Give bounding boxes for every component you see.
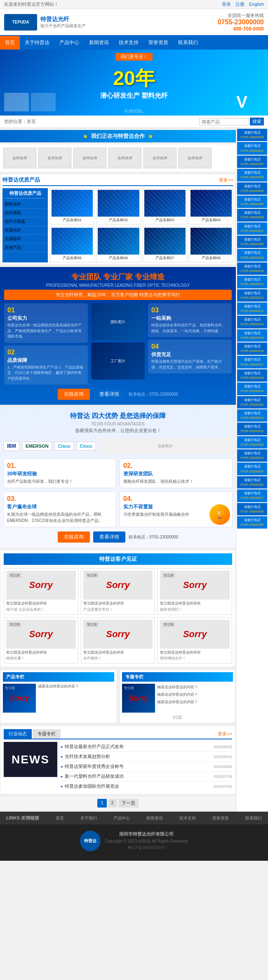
product-item[interactable]: 产品名称03 — [143, 188, 187, 224]
sidebar-contact-19[interactable]: 请拨打电话 0755-23000019 — [237, 383, 267, 395]
product-item[interactable]: 产品名称01 — [50, 188, 94, 224]
sidebar-contact-9[interactable]: 请拨打电话 0755-23000009 — [237, 249, 267, 261]
news-item-2: ● 光纤技术发展趋势分析 2023/08/10 — [61, 752, 232, 762]
footer-link-news[interactable]: 新闻资讯 — [146, 815, 163, 821]
footer-link-products[interactable]: 产品中心 — [113, 815, 130, 821]
footer-link-contact[interactable]: 联系我们 — [245, 815, 262, 821]
adv-text-2: 拥抱光纤研发团队，强先机核心技术！ — [123, 478, 229, 484]
menu-item-3[interactable]: 光纤分路器 — [5, 217, 46, 226]
product-img — [52, 228, 93, 255]
product-item[interactable]: 产品名称08 — [189, 226, 233, 262]
footer-link-about[interactable]: 关于我们 — [80, 815, 97, 821]
sidebar-contact-3[interactable]: 请拨打电话 0755-23000003 — [237, 169, 267, 181]
footer-link-honor[interactable]: 荣誉资质 — [212, 815, 229, 821]
news-link-2[interactable]: 光纤技术发展趋势分析 — [65, 753, 212, 760]
news-list-item[interactable]: 锡基送达特普达的内容？ — [157, 691, 198, 699]
english-link[interactable]: English — [249, 2, 264, 7]
search-input[interactable] — [199, 118, 249, 125]
adv-inquiry-button[interactable]: 在线咨询 — [58, 531, 90, 543]
footer-link-support[interactable]: 技术支持 — [179, 815, 196, 821]
search-button[interactable]: 搜索 — [250, 118, 264, 125]
sidebar-contact-25[interactable]: 请拨打电话 0755-23000025 — [237, 463, 267, 475]
advantages-desc: 选着强实力合作伙伴，让您的企业更出色！ — [3, 427, 233, 434]
page-num-1[interactable]: 1 — [97, 799, 106, 808]
news-tab-industry[interactable]: 行业动态 — [4, 729, 32, 739]
menu-item-1[interactable]: 塑料光纤 — [5, 200, 46, 209]
sidebar-contact-24[interactable]: 请拨打电话 0755-23000024 — [237, 449, 267, 462]
sidebar-contact-18[interactable]: 请拨打电话 0755-23000018 — [237, 369, 267, 382]
customer-detail-3: 服务很周到！ — [160, 607, 230, 612]
sidebar-contact-4[interactable]: 请拨打电话 0755-23000004 — [237, 182, 267, 195]
sidebar-contact-29[interactable]: 请拨打电话 0755-23000029 — [237, 516, 267, 529]
news-date-2: 2023/08/10 — [214, 755, 232, 759]
menu-item-6[interactable]: 其他产品 — [5, 243, 46, 252]
news-link-1[interactable]: 特普达最新光纤产品正式发布 — [65, 744, 212, 750]
sidebar-contact-11[interactable]: 请拨打电话 0755-23000011 — [237, 276, 267, 288]
sidebar-contact-10[interactable]: 请拨打电话 0755-23000010 — [237, 262, 267, 275]
sidebar-contact-13[interactable]: 请拨打电话 0755-23000013 — [237, 302, 267, 315]
news-bullet: ● — [61, 784, 63, 789]
more-button[interactable]: 查看详情 — [93, 389, 125, 400]
team-subtitle: PROFESSIONAL MANUFACTURER LEADING FIBER … — [4, 283, 232, 288]
product-img — [190, 190, 232, 217]
sidebar-label-0: 请拨打电话 — [238, 130, 266, 135]
sidebar-contact-12[interactable]: 请拨打电话 0755-23000012 — [237, 289, 267, 302]
contact-area: 全国统一服务热线 0755-23000000 400-700-0000 — [218, 12, 264, 32]
news-more-link[interactable]: 更多>> — [218, 729, 232, 739]
sidebar-contact-0[interactable]: 请拨打电话 0755-23000000 — [237, 129, 267, 141]
menu-item-4[interactable]: 有源光纤 — [5, 226, 46, 235]
nav-home[interactable]: 首页 — [0, 36, 20, 50]
sidebar-contact-27[interactable]: 请拨打电话 0755-23000027 — [237, 489, 267, 502]
news-tab-special[interactable]: 专题专栏 — [33, 729, 61, 739]
nav-honor[interactable]: 荣誉资质 — [143, 36, 173, 50]
nav-support[interactable]: 技术支持 — [114, 36, 143, 50]
menu-item-5[interactable]: 无源器件 — [5, 235, 46, 243]
sidebar-contact-26[interactable]: 请拨打电话 0755-23000026 — [237, 476, 267, 489]
sidebar-contact-22[interactable]: 请拨打电话 0755-23000022 — [237, 423, 267, 435]
news-link-4[interactable]: 新一代塑料光纤产品研发成功 — [65, 773, 212, 779]
sidebar-contact-2[interactable]: 请拨打电话 0755-23000002 — [237, 156, 267, 168]
nav-contact[interactable]: 联系我们 — [173, 36, 203, 50]
product-item[interactable]: 产品名称07 — [143, 226, 187, 262]
menu-item-2[interactable]: 光纤跳线 — [5, 209, 46, 217]
sidebar-contact-6[interactable]: 请拨打电话 0755-23000006 — [237, 209, 267, 221]
nav-news[interactable]: 新闻资讯 — [84, 36, 114, 50]
sidebar-contact-21[interactable]: 请拨打电话 0755-23000021 — [237, 409, 267, 422]
featured-products-more[interactable]: 更多>> — [219, 177, 233, 183]
nav-products[interactable]: 产品中心 — [54, 36, 84, 50]
news-list-item[interactable]: 锡基送达特普达的内容？ — [157, 684, 198, 691]
login-link[interactable]: 登录 — [222, 2, 231, 7]
sidebar-contact-17[interactable]: 请拨打电话 0755-23000017 — [237, 356, 267, 368]
sidebar-contact-23[interactable]: 请拨打电话 0755-23000023 — [237, 436, 267, 449]
adv-text-1: 光纤产品制造与研发，我们更专业！ — [7, 478, 113, 484]
sidebar-contact-7[interactable]: 请拨打电话 0755-23000007 — [237, 222, 267, 235]
news-list: ● 特普达最新光纤产品正式发布 2023/08/15 ● 光纤技术发展趋势分析 … — [61, 742, 232, 791]
product-item[interactable]: 产品名称04 — [189, 188, 233, 224]
sidebar-contact-20[interactable]: 请拨打电话 0755-23000020 — [237, 396, 267, 409]
page-next[interactable]: 下一页 — [118, 799, 139, 808]
step-title-4: 供货充足 — [151, 351, 228, 358]
adv-more-button[interactable]: 查看详情 — [93, 531, 125, 543]
nav-about[interactable]: 关于特普达 — [20, 36, 54, 50]
page-num-2[interactable]: 2 — [108, 799, 117, 808]
news-link-5[interactable]: 特普达参加国际光纤展览会 — [65, 783, 212, 789]
product-item[interactable]: 产品名称06 — [96, 226, 141, 262]
sidebar-contact-15[interactable]: 请拨打电话 0755-23000015 — [237, 329, 267, 342]
banner-v-decoration: V — [236, 93, 247, 111]
team-img-2: 工厂图片 — [91, 342, 145, 380]
sidebar-contact-28[interactable]: 请拨打电话 0755-23000028 — [237, 503, 267, 515]
register-link[interactable]: 注册 — [235, 2, 244, 7]
sidebar-contact-5[interactable]: 请拨打电话 0755-23000005 — [237, 196, 267, 208]
news-list-item[interactable]: 锡基送达特普达的内容？ — [157, 699, 198, 706]
sidebar-contact-1[interactable]: 请拨打电话 0755-23000001 — [237, 142, 267, 154]
footer-links-title: LINKS 友情链接 — [6, 815, 39, 821]
sidebar-contact-14[interactable]: 请拨打电话 0755-23000014 — [237, 316, 267, 328]
news-link-3[interactable]: 特普达荣获年度优秀企业称号 — [65, 763, 212, 770]
product-item[interactable]: 产品名称05 — [50, 226, 94, 262]
footer-link-home[interactable]: 首页 — [56, 815, 64, 821]
sidebar-contact-8[interactable]: 请拨打电话 0755-23000008 — [237, 236, 267, 248]
sidebar-contact-16[interactable]: 请拨打电话 0755-23000016 — [237, 342, 267, 355]
product-item[interactable]: 产品名称02 — [96, 188, 141, 224]
step-title-2: 品质保障 — [7, 357, 85, 364]
inquiry-button[interactable]: 在线咨询 — [58, 389, 90, 400]
